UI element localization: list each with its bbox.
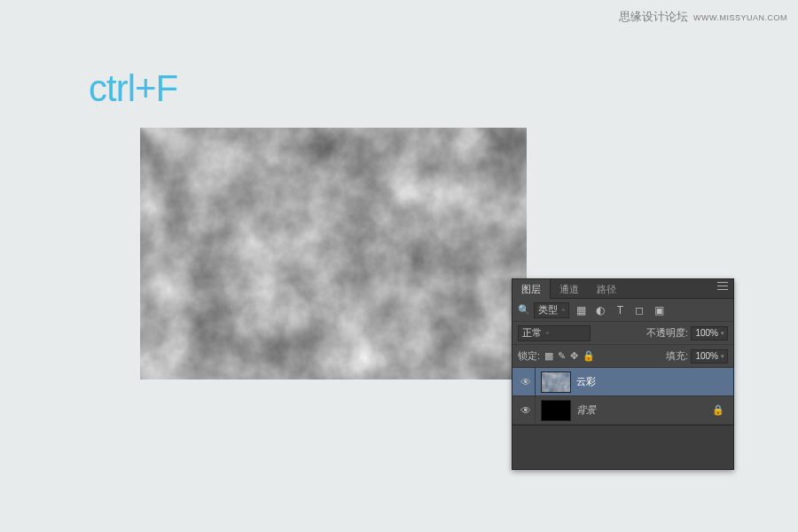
blend-mode-select[interactable]: 正常 ÷ — [518, 325, 591, 341]
watermark: 思缘设计论坛 WWW.MISSYUAN.COM — [619, 9, 787, 25]
layer-thumbnail — [541, 400, 571, 421]
visibility-toggle[interactable]: 👁 — [516, 368, 536, 395]
layers-list: 👁 云彩 👁 背景 🔒 — [512, 368, 733, 425]
layer-name: 云彩 — [576, 375, 730, 388]
panel-menu-icon[interactable] — [717, 283, 730, 293]
svg-rect-1 — [542, 372, 569, 392]
filter-shape-icon[interactable]: ◻ — [631, 302, 647, 318]
watermark-url: WWW.MISSYUAN.COM — [693, 13, 787, 22]
lock-icon: 🔒 — [712, 404, 724, 416]
filter-row: 🔍 类型 ÷ ▦ ◐ T ◻ ▣ — [512, 299, 733, 322]
filter-text-icon[interactable]: T — [612, 302, 628, 318]
tab-channels[interactable]: 通道 — [551, 279, 588, 299]
canvas-preview — [140, 128, 527, 379]
chevron-down-icon: ▾ — [721, 330, 724, 337]
panel-tabs: 图层 通道 路径 — [512, 279, 733, 299]
chevron-down-icon: ÷ — [561, 306, 565, 314]
lock-row: 锁定: ▩ ✎ ✥ 🔒 填充: 100% ▾ — [512, 345, 733, 368]
tab-layers[interactable]: 图层 — [512, 279, 551, 299]
lock-all-icon[interactable]: 🔒 — [583, 350, 595, 362]
blend-row: 正常 ÷ 不透明度: 100% ▾ — [512, 322, 733, 345]
filter-adjust-icon[interactable]: ◐ — [592, 302, 608, 318]
visibility-toggle[interactable]: 👁 — [516, 396, 536, 424]
layers-panel: 图层 通道 路径 🔍 类型 ÷ ▦ ◐ T ◻ ▣ 正常 ÷ 不透明度: 100… — [512, 278, 734, 470]
filter-type-label: 类型 — [538, 303, 558, 317]
lock-label: 锁定: — [518, 349, 540, 363]
watermark-site: 思缘设计论坛 — [619, 9, 688, 25]
filter-smart-icon[interactable]: ▣ — [651, 302, 667, 318]
filter-type-select[interactable]: 类型 ÷ — [534, 302, 569, 318]
layer-name: 背景 — [576, 403, 707, 417]
tab-paths[interactable]: 路径 — [588, 279, 625, 299]
lock-brush-icon[interactable]: ✎ — [558, 350, 566, 362]
svg-rect-0 — [140, 128, 527, 379]
fill-label: 填充: — [666, 349, 688, 363]
shortcut-title: ctrl+F — [89, 67, 177, 110]
layer-thumbnail — [541, 372, 571, 393]
filter-image-icon[interactable]: ▦ — [573, 302, 589, 318]
layer-item[interactable]: 👁 云彩 — [512, 368, 733, 396]
filter-search-icon[interactable]: 🔍 — [518, 304, 530, 317]
layer-item[interactable]: 👁 背景 🔒 — [512, 396, 733, 425]
opacity-value: 100% — [695, 328, 718, 338]
fill-value: 100% — [695, 351, 718, 361]
opacity-input[interactable]: 100% ▾ — [691, 326, 728, 340]
fill-input[interactable]: 100% ▾ — [691, 349, 728, 364]
chevron-down-icon: ÷ — [545, 329, 549, 337]
blend-mode-value: 正常 — [522, 326, 542, 340]
chevron-down-icon: ▾ — [721, 353, 724, 360]
lock-move-icon[interactable]: ✥ — [570, 350, 578, 362]
opacity-label: 不透明度: — [646, 326, 688, 340]
panel-footer — [512, 425, 733, 469]
lock-transparency-icon[interactable]: ▩ — [544, 350, 553, 362]
